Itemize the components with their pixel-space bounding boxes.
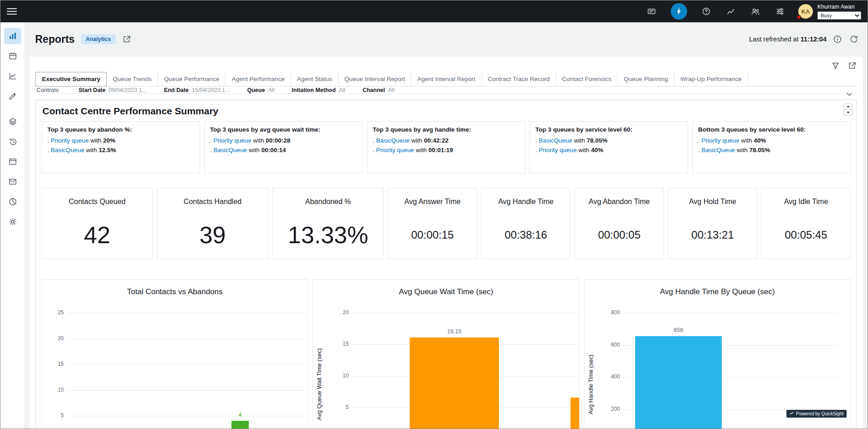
grid-line xyxy=(352,313,579,313)
bullet: . xyxy=(373,147,376,153)
info-icon[interactable] xyxy=(832,34,843,45)
tab-queue-trends[interactable]: Queue Trends xyxy=(107,72,158,86)
external-link-icon[interactable] xyxy=(121,34,132,45)
tab-contact-forensics[interactable]: Contact Forensics xyxy=(556,72,618,86)
title-icons xyxy=(121,34,132,45)
tab-agent-performance[interactable]: Agent Performance xyxy=(226,72,291,86)
filter-end-date[interactable]: End Date15/04/2023 1... xyxy=(164,87,230,93)
tab-agent-status[interactable]: Agent Status xyxy=(291,72,339,86)
metrics-icon[interactable] xyxy=(725,6,736,17)
insight-value: 40% xyxy=(591,147,603,153)
filter-channel[interactable]: ChannelAll xyxy=(363,87,395,93)
queue-link[interactable]: Priority queue xyxy=(51,137,89,144)
controls-filters: Start Date09/04/2023 1...End Date15/04/2… xyxy=(78,87,395,93)
queue-link[interactable]: BasicQueue xyxy=(214,147,247,153)
sliders-icon[interactable] xyxy=(775,6,786,17)
y-tick-label: 20 xyxy=(328,309,349,316)
pie-chart-icon xyxy=(8,197,17,206)
bar-value[interactable] xyxy=(410,337,499,429)
hamburger-menu-icon[interactable] xyxy=(7,5,17,17)
kpi-card-contacts-handled: Contacts Handled39 xyxy=(157,188,268,259)
bar-value-label: 656 xyxy=(663,327,694,333)
sidebar-item-analytics[interactable] xyxy=(4,28,21,44)
queue-link[interactable]: BasicQueue xyxy=(376,137,410,144)
bar-value-label: 16.15 xyxy=(438,328,470,335)
sidebar-item-mail[interactable] xyxy=(4,174,21,190)
help-icon[interactable] xyxy=(701,6,712,17)
busy-status-dot xyxy=(797,15,801,19)
insight-card: Top 3 queues by abandon %:. Priority que… xyxy=(41,121,200,174)
sidebar-item-pencil-chart[interactable] xyxy=(4,88,21,104)
tab-wrap-up-performance[interactable]: Wrap-Up Performance xyxy=(674,72,748,86)
bullet: . xyxy=(210,147,214,153)
filter-label: Intiation Method xyxy=(292,87,336,93)
app-frame: Reports Analytics Last refreshed at 11:1… xyxy=(0,22,868,429)
y-tick-label: 5 xyxy=(328,404,349,410)
funnel-icon[interactable] xyxy=(831,61,840,70)
insight-value: 00:00:28 xyxy=(266,137,290,144)
last-refreshed-label: Last refreshed at xyxy=(749,36,799,43)
avatar[interactable]: KA xyxy=(798,4,813,19)
sidebar-item-history[interactable] xyxy=(4,133,21,150)
tab-queue-performance[interactable]: Queue Performance xyxy=(158,72,226,86)
insight-text: with xyxy=(247,147,262,153)
sheet-tools xyxy=(36,61,857,70)
flash-icon[interactable] xyxy=(671,3,687,20)
page-title: Reports xyxy=(35,33,75,46)
users-icon[interactable] xyxy=(750,6,761,17)
refresh-icon[interactable] xyxy=(848,34,859,45)
filter-value: 15/04/2023 1... xyxy=(192,87,230,93)
kpi-value: 39 xyxy=(200,209,226,261)
filter-label: End Date xyxy=(164,87,189,93)
kpi-label: Avg Answer Time xyxy=(405,198,461,206)
queue-link[interactable]: BasicQueue xyxy=(51,147,85,153)
line-chart-icon xyxy=(8,72,17,81)
sidebar-item-window[interactable] xyxy=(4,153,21,170)
filter-intiation-method[interactable]: Intiation MethodAll xyxy=(292,87,345,93)
sidebar-item-pie-chart[interactable] xyxy=(4,194,21,210)
queue-link[interactable]: Priority queue xyxy=(702,137,740,144)
bar-value[interactable] xyxy=(635,336,722,429)
bar-contacts[interactable] xyxy=(231,421,249,429)
kpi-value: 00:00:15 xyxy=(411,209,454,261)
insight-card-title: Top 3 queues by service level 60: xyxy=(535,126,682,133)
filter-start-date[interactable]: Start Date09/04/2023 1... xyxy=(78,87,146,93)
kpi-label: Abandoned % xyxy=(305,198,351,206)
tab-queue-interval-report[interactable]: Queue Interval Report xyxy=(339,72,411,86)
queue-link[interactable]: Priority queue xyxy=(214,137,252,144)
bar-value[interactable] xyxy=(570,398,579,429)
chevron-down-icon[interactable] xyxy=(845,90,854,99)
summary-title: Contact Centre Performance Summary xyxy=(41,105,851,121)
grid-line xyxy=(67,364,308,365)
tab-queue-planning[interactable]: Queue Planning xyxy=(618,72,674,86)
bullet: . xyxy=(698,137,702,144)
insight-card: Bottom 3 queues by service level 60:. Pr… xyxy=(692,121,851,174)
queue-link[interactable]: Priority queue xyxy=(539,147,577,153)
bullet: . xyxy=(47,137,51,144)
insight-card: Top 3 queues by avg handle time:. BasicQ… xyxy=(367,121,525,174)
notepad-icon[interactable] xyxy=(646,6,657,17)
tab-agent-interval-report[interactable]: Agent Interval Report xyxy=(411,72,482,86)
sidebar-item-line-chart[interactable] xyxy=(4,68,21,84)
queue-link[interactable]: BasicQueue xyxy=(539,137,573,144)
filter-queue[interactable]: QueueAll xyxy=(247,87,274,93)
insight-value: 12.5% xyxy=(99,147,116,153)
insight-value: 00:42:22 xyxy=(424,137,449,144)
queue-link[interactable]: Priority queue xyxy=(376,147,414,153)
tab-executive-summary[interactable]: Executive Summary xyxy=(36,72,107,87)
tab-contract-trace-record[interactable]: Contract Trace Record xyxy=(482,72,556,86)
fullscreen-icon[interactable] xyxy=(847,61,857,70)
sidebar-item-settings[interactable] xyxy=(4,214,21,230)
spinner-down-icon[interactable] xyxy=(844,109,852,115)
insight-card-title: Top 3 queues by abandon %: xyxy=(47,126,194,133)
sidebar-item-layers[interactable] xyxy=(4,113,21,130)
sidebar-item-calendar[interactable] xyxy=(4,48,21,64)
insight-item: . BasicQueue with 12.5% xyxy=(47,147,194,153)
user-name: Khurram Awan xyxy=(817,4,861,10)
insight-text: with xyxy=(572,137,587,144)
kpi-label: Contacts Queued xyxy=(69,198,126,206)
queue-link[interactable]: BasicQueue xyxy=(702,147,735,153)
status-select[interactable]: Busy xyxy=(817,11,861,20)
summary-panel: Contact Centre Performance Summary Top 3… xyxy=(36,100,857,429)
spinner-up-icon[interactable] xyxy=(844,103,852,109)
